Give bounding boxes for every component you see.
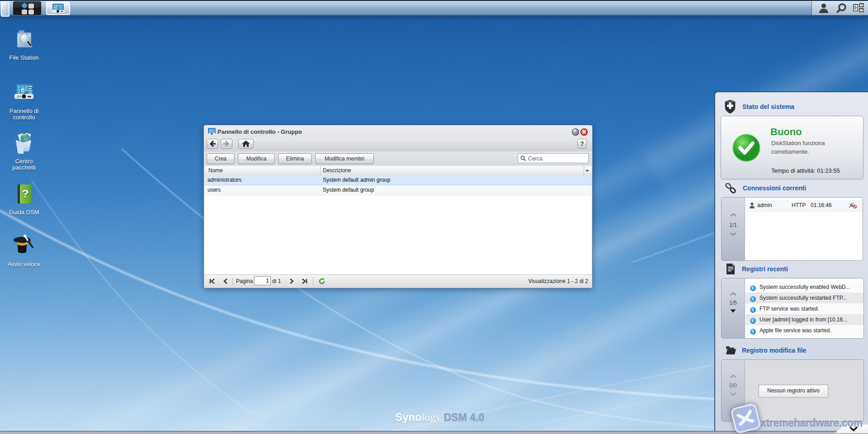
svg-text:?: ? [22, 188, 29, 200]
